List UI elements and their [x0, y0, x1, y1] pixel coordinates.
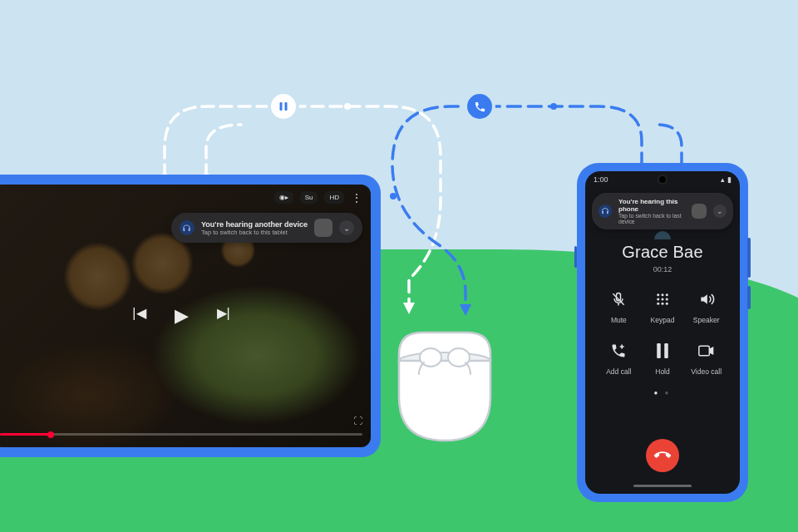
video-call-button[interactable]: Video call [684, 339, 728, 376]
svg-point-11 [661, 298, 663, 301]
audio-switch-notification[interactable]: You're hearing this phone Tap to switch … [592, 193, 733, 229]
notification-subtitle: Tap to switch back to this tablet [201, 229, 308, 236]
path-dot [550, 103, 557, 110]
headphones-icon [598, 204, 612, 218]
add-call-icon [607, 339, 630, 362]
notification-title: You're hearing another device [201, 220, 308, 229]
mute-button[interactable]: Mute [597, 288, 641, 324]
notification-thumbnail [692, 204, 707, 219]
svg-rect-3 [285, 102, 288, 111]
path-dot [390, 193, 397, 200]
svg-rect-2 [280, 102, 283, 111]
video-controls: |◀ ▶ ▶| [0, 305, 371, 327]
svg-point-13 [657, 303, 659, 305]
tablet-device: ◉▸ Su HD ⋮ You're hearing another device… [0, 175, 381, 457]
speaker-button[interactable]: Speaker [684, 288, 728, 324]
video-icon [695, 339, 718, 362]
more-icon[interactable]: ⋮ [351, 195, 362, 201]
headphones-icon [180, 220, 195, 235]
video-progress[interactable] [0, 433, 362, 436]
notification-thumbnail [314, 219, 332, 237]
phone-badge-icon [467, 94, 492, 119]
svg-rect-17 [664, 343, 668, 358]
play-button[interactable]: ▶ [175, 305, 189, 327]
svg-point-12 [666, 298, 668, 301]
page-indicator: ● ● [585, 389, 740, 397]
captions-icon[interactable]: Su [300, 191, 318, 204]
nav-bar[interactable] [633, 485, 692, 487]
video-top-controls: ◉▸ Su HD ⋮ [274, 191, 362, 204]
svg-point-15 [666, 303, 668, 305]
hold-icon [651, 339, 674, 362]
keypad-icon [651, 288, 674, 311]
path-dot [344, 103, 351, 110]
fullscreen-icon[interactable]: ⛶ [353, 416, 362, 426]
chevron-down-icon[interactable]: ⌄ [339, 220, 354, 235]
audio-switch-notification[interactable]: You're hearing another device Tap to swi… [171, 213, 362, 243]
mute-icon [607, 288, 630, 311]
svg-rect-16 [657, 343, 661, 358]
svg-point-10 [657, 298, 659, 301]
svg-point-8 [661, 293, 663, 296]
status-bar: 1:00 ▴ ▮ [585, 171, 740, 188]
svg-point-7 [657, 293, 659, 296]
svg-point-9 [666, 293, 668, 296]
hangup-button[interactable] [646, 439, 679, 472]
status-time: 1:00 [594, 175, 608, 184]
earbuds-case [389, 316, 500, 449]
call-controls-grid: Mute Keypad Speaker Add call Hold [597, 288, 728, 376]
cast-icon[interactable]: ◉▸ [274, 191, 293, 204]
speaker-icon [695, 288, 718, 311]
chevron-down-icon[interactable]: ⌄ [713, 204, 727, 218]
add-call-button[interactable]: Add call [597, 339, 641, 376]
pause-badge-icon [271, 94, 296, 119]
previous-button[interactable]: |◀ [132, 305, 145, 327]
keypad-button[interactable]: Keypad [641, 288, 685, 324]
caller-name: Grace Bae [585, 243, 740, 262]
phone-screen: 1:00 ▴ ▮ You're hearing this phone Tap t… [585, 171, 740, 494]
svg-rect-18 [698, 346, 709, 356]
call-duration: 00:12 [585, 265, 740, 273]
hold-button[interactable]: Hold [641, 339, 685, 376]
notification-subtitle: Tap to switch back to last device [618, 213, 685, 224]
caller-avatar [654, 231, 671, 239]
next-button[interactable]: ▶| [217, 305, 230, 327]
svg-point-14 [661, 303, 663, 305]
notification-title: You're hearing this phone [618, 198, 685, 213]
illustration-stage: ◉▸ Su HD ⋮ You're hearing another device… [0, 0, 798, 532]
status-icons: ▴ ▮ [721, 175, 732, 184]
phone-device: 1:00 ▴ ▮ You're hearing this phone Tap t… [577, 163, 748, 502]
tablet-screen: ◉▸ Su HD ⋮ You're hearing another device… [0, 185, 371, 447]
quality-icon[interactable]: HD [324, 191, 344, 204]
